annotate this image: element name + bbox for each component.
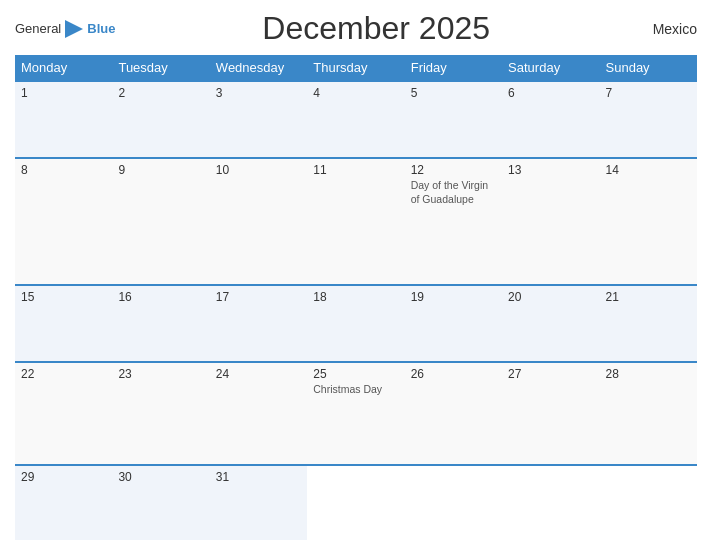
calendar-week-row: 293031 (15, 465, 697, 540)
calendar-week-row: 89101112Day of the Virgin of Guadalupe13… (15, 158, 697, 285)
table-row (502, 465, 599, 540)
table-row: 14 (600, 158, 697, 285)
day-number: 28 (606, 367, 691, 381)
table-row: 1 (15, 81, 112, 158)
day-number: 9 (118, 163, 203, 177)
table-row: 21 (600, 285, 697, 362)
table-row: 22 (15, 362, 112, 464)
table-row: 16 (112, 285, 209, 362)
day-number: 10 (216, 163, 301, 177)
day-number: 30 (118, 470, 203, 484)
day-number: 19 (411, 290, 496, 304)
table-row: 26 (405, 362, 502, 464)
header-monday: Monday (15, 55, 112, 81)
table-row: 3 (210, 81, 307, 158)
table-row: 13 (502, 158, 599, 285)
day-number: 16 (118, 290, 203, 304)
table-row: 12Day of the Virgin of Guadalupe (405, 158, 502, 285)
header-friday: Friday (405, 55, 502, 81)
day-number: 1 (21, 86, 106, 100)
day-number: 7 (606, 86, 691, 100)
day-number: 13 (508, 163, 593, 177)
table-row: 31 (210, 465, 307, 540)
logo-flag-icon (63, 18, 85, 40)
day-number: 23 (118, 367, 203, 381)
day-number: 21 (606, 290, 691, 304)
table-row: 29 (15, 465, 112, 540)
day-number: 29 (21, 470, 106, 484)
day-number: 26 (411, 367, 496, 381)
table-row: 18 (307, 285, 404, 362)
table-row: 19 (405, 285, 502, 362)
header-saturday: Saturday (502, 55, 599, 81)
holiday-label: Day of the Virgin of Guadalupe (411, 179, 496, 206)
table-row (600, 465, 697, 540)
table-row: 10 (210, 158, 307, 285)
table-row (307, 465, 404, 540)
table-row: 9 (112, 158, 209, 285)
calendar-title: December 2025 (115, 10, 637, 47)
table-row: 2 (112, 81, 209, 158)
day-number: 15 (21, 290, 106, 304)
table-row: 4 (307, 81, 404, 158)
day-number: 25 (313, 367, 398, 381)
day-number: 22 (21, 367, 106, 381)
day-number: 3 (216, 86, 301, 100)
day-number: 27 (508, 367, 593, 381)
day-number: 17 (216, 290, 301, 304)
weekday-header-row: Monday Tuesday Wednesday Thursday Friday… (15, 55, 697, 81)
logo-blue-text: Blue (87, 21, 115, 36)
day-number: 8 (21, 163, 106, 177)
day-number: 4 (313, 86, 398, 100)
table-row: 24 (210, 362, 307, 464)
table-row (405, 465, 502, 540)
day-number: 6 (508, 86, 593, 100)
day-number: 24 (216, 367, 301, 381)
day-number: 5 (411, 86, 496, 100)
calendar-week-row: 15161718192021 (15, 285, 697, 362)
header-thursday: Thursday (307, 55, 404, 81)
table-row: 6 (502, 81, 599, 158)
table-row: 20 (502, 285, 599, 362)
table-row: 25Christmas Day (307, 362, 404, 464)
calendar-header: General Blue December 2025 Mexico (15, 10, 697, 47)
header-tuesday: Tuesday (112, 55, 209, 81)
calendar-week-row: 22232425Christmas Day262728 (15, 362, 697, 464)
calendar-country: Mexico (637, 21, 697, 37)
table-row: 7 (600, 81, 697, 158)
table-row: 30 (112, 465, 209, 540)
day-number: 20 (508, 290, 593, 304)
table-row: 11 (307, 158, 404, 285)
table-row: 15 (15, 285, 112, 362)
logo-general-text: General (15, 21, 61, 36)
calendar-week-row: 1234567 (15, 81, 697, 158)
day-number: 18 (313, 290, 398, 304)
table-row: 28 (600, 362, 697, 464)
day-number: 14 (606, 163, 691, 177)
day-number: 2 (118, 86, 203, 100)
calendar-wrapper: General Blue December 2025 Mexico Monday… (0, 0, 712, 550)
header-wednesday: Wednesday (210, 55, 307, 81)
table-row: 8 (15, 158, 112, 285)
day-number: 12 (411, 163, 496, 177)
header-sunday: Sunday (600, 55, 697, 81)
day-number: 11 (313, 163, 398, 177)
calendar-table: Monday Tuesday Wednesday Thursday Friday… (15, 55, 697, 540)
day-number: 31 (216, 470, 301, 484)
table-row: 5 (405, 81, 502, 158)
table-row: 17 (210, 285, 307, 362)
table-row: 27 (502, 362, 599, 464)
svg-marker-0 (65, 20, 83, 38)
table-row: 23 (112, 362, 209, 464)
holiday-label: Christmas Day (313, 383, 398, 397)
logo: General Blue (15, 18, 115, 40)
